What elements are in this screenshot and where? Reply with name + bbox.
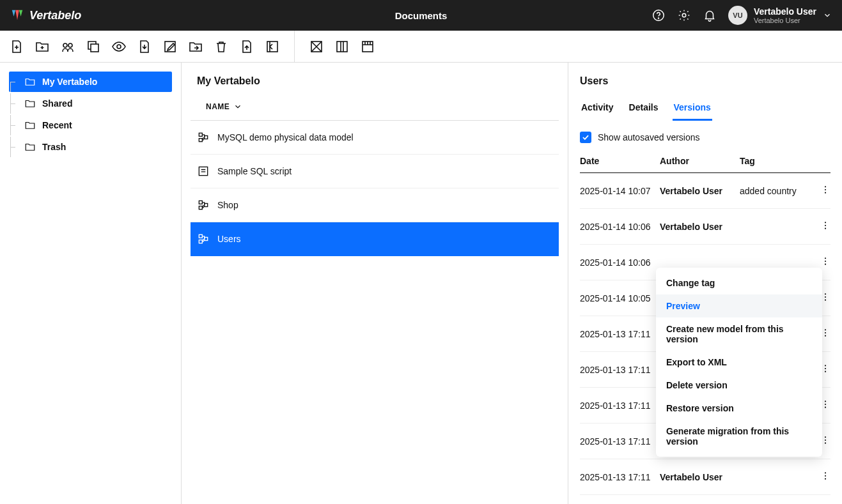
more-vertical-icon	[820, 220, 830, 231]
autosave-checkbox[interactable]	[580, 132, 591, 143]
svg-point-29	[825, 225, 826, 226]
version-context-menu: Change tagPreviewCreate new model from t…	[656, 268, 822, 457]
tool-group-2	[309, 39, 375, 54]
doc-label: Sample SQL script	[217, 166, 292, 176]
upload-icon[interactable]	[239, 39, 254, 54]
version-menu-button[interactable]	[815, 256, 830, 268]
folder-icon	[24, 119, 36, 131]
menu-item-change-tag[interactable]: Change tag	[656, 271, 822, 294]
version-date: 2025-01-13 17:11	[580, 472, 660, 482]
svg-marker-0	[12, 10, 16, 17]
sidebar-item-label: Shared	[42, 98, 72, 109]
version-row[interactable]: 2025-01-14 10:07 Vertabelo User added co…	[580, 173, 830, 209]
doc-row[interactable]: MySQL demo physical data model	[191, 121, 559, 155]
menu-item-restore-version[interactable]: Restore version	[656, 397, 822, 420]
version-date: 2025-01-13 17:11	[580, 436, 660, 447]
new-folder-icon[interactable]	[35, 39, 50, 54]
trash-icon[interactable]	[214, 39, 229, 54]
svg-rect-22	[199, 234, 202, 238]
name-column-header[interactable]: NAME	[206, 102, 242, 111]
pattern-icon-3[interactable]	[360, 39, 375, 54]
menu-item-create-new-model-from-this-version[interactable]: Create new model from this version	[656, 317, 822, 351]
sidebar-item-my-vertabelo[interactable]: My Vertabelo	[9, 72, 172, 92]
page-title: Documents	[395, 10, 448, 21]
svg-rect-11	[267, 42, 277, 52]
chevron-down-icon	[823, 11, 832, 20]
sidebar-item-trash[interactable]: Trash	[9, 137, 172, 157]
svg-point-37	[825, 329, 826, 330]
svg-marker-2	[19, 10, 23, 17]
svg-point-49	[825, 472, 826, 473]
autosave-row: Show autosaved versions	[568, 121, 842, 149]
svg-point-25	[825, 186, 826, 187]
new-doc-icon[interactable]	[9, 39, 24, 54]
doc-row[interactable]: Sample SQL script	[191, 155, 559, 188]
tab-versions[interactable]: Versions	[673, 98, 712, 121]
version-date: 2025-01-14 10:06	[580, 257, 660, 268]
settings-icon[interactable]	[677, 8, 691, 22]
version-date: 2025-01-13 17:11	[580, 401, 660, 411]
sidebar-item-shared[interactable]: Shared	[9, 93, 172, 114]
pattern-icon-1[interactable]	[309, 39, 324, 54]
user-name: Vertabelo User Vertabelo User	[754, 6, 816, 25]
chevron-down-icon	[233, 102, 242, 111]
logo[interactable]: Vertabelo	[10, 8, 81, 22]
menu-item-export-to-xml[interactable]: Export to XML	[656, 351, 822, 374]
menu-item-generate-migration-from-this-version[interactable]: Generate migration from this version	[656, 420, 822, 453]
archive-icon[interactable]	[265, 39, 280, 54]
help-icon[interactable]	[651, 8, 666, 22]
logo-text: Vertabelo	[29, 9, 81, 22]
document-panel: My Vertabelo NAME MySQL demo physical da…	[182, 63, 568, 504]
version-date: 2025-01-13 17:11	[580, 365, 660, 375]
topbar: Vertabelo Documents VU Vertabelo User Ve…	[0, 0, 842, 31]
version-author: Vertabelo User	[660, 222, 740, 232]
copy-icon[interactable]	[86, 39, 101, 54]
svg-point-38	[825, 332, 826, 333]
svg-rect-23	[199, 240, 202, 243]
edit-icon[interactable]	[162, 39, 178, 54]
version-row[interactable]: 2025-01-13 17:11 Vertabelo User	[580, 459, 830, 495]
svg-point-5	[682, 13, 686, 17]
menu-item-delete-version[interactable]: Delete version	[656, 374, 822, 397]
version-header: Date Author Tag	[580, 149, 830, 173]
more-vertical-icon	[820, 256, 830, 266]
svg-point-43	[825, 401, 826, 402]
sidebar-item-recent[interactable]: Recent	[9, 115, 172, 135]
tab-details[interactable]: Details	[628, 98, 660, 121]
toolbar	[0, 31, 842, 63]
svg-rect-24	[205, 238, 208, 241]
download-icon[interactable]	[137, 39, 152, 54]
pattern-icon-2[interactable]	[334, 39, 350, 54]
tab-activity[interactable]: Activity	[580, 98, 615, 121]
version-menu-button[interactable]	[815, 185, 830, 197]
version-menu-button[interactable]	[815, 220, 830, 233]
svg-point-50	[825, 475, 826, 477]
doc-row[interactable]: Users	[191, 222, 559, 256]
bell-icon[interactable]	[703, 8, 717, 22]
version-author: Vertabelo User	[660, 186, 740, 196]
preview-icon[interactable]	[111, 39, 127, 54]
menu-item-preview[interactable]: Preview	[656, 294, 822, 317]
doc-row[interactable]: Shop	[191, 188, 559, 222]
version-menu-button[interactable]	[815, 471, 830, 483]
share-icon[interactable]	[60, 39, 75, 54]
user-menu[interactable]: VU Vertabelo User Vertabelo User	[728, 6, 832, 25]
svg-point-7	[68, 43, 72, 47]
version-date: 2025-01-14 10:06	[580, 222, 660, 232]
svg-point-31	[825, 257, 826, 259]
svg-point-33	[825, 264, 826, 265]
svg-point-40	[825, 365, 826, 366]
svg-point-42	[825, 371, 826, 372]
svg-point-51	[825, 478, 826, 480]
svg-point-36	[825, 300, 826, 301]
svg-point-39	[825, 335, 826, 337]
svg-point-46	[825, 436, 826, 438]
version-row[interactable]: 2025-01-14 10:06 Vertabelo User	[580, 209, 830, 245]
details-title: Users	[568, 63, 842, 93]
svg-rect-16	[199, 139, 202, 142]
version-tag: added country	[740, 186, 815, 196]
col-tag: Tag	[740, 156, 815, 166]
move-icon[interactable]	[188, 39, 203, 54]
version-date: 2025-01-14 10:07	[580, 186, 660, 196]
script-icon	[197, 165, 210, 178]
